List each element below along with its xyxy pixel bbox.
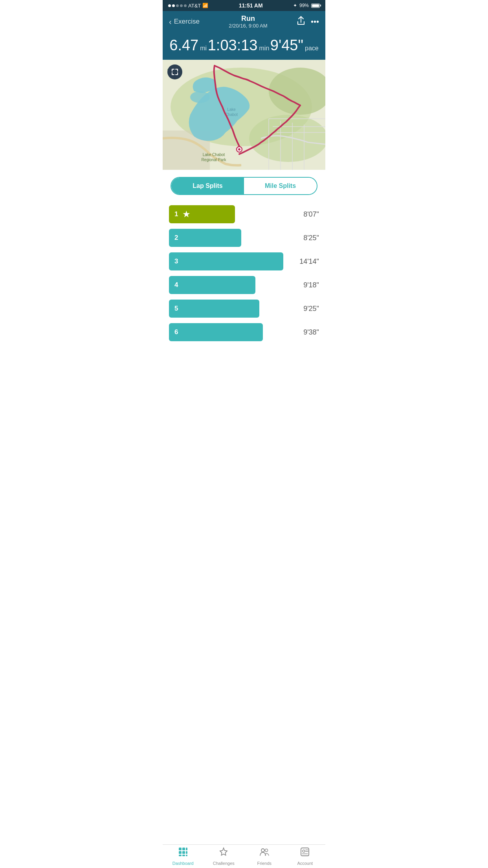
wifi-icon: 📶 [202, 3, 208, 8]
split-bar-wrap-1: 1★ [169, 205, 289, 223]
battery-fill [312, 4, 319, 7]
svg-text:Regional Park: Regional Park [202, 158, 227, 162]
split-row-1: 1★8'07" [169, 205, 319, 223]
split-num-1: 1 [174, 210, 178, 218]
status-left: AT&T 📶 [168, 3, 208, 9]
split-num-4: 4 [174, 281, 178, 289]
distance-value: 6.47mi [169, 38, 207, 53]
share-button[interactable] [297, 16, 305, 28]
split-time-5: 9'25" [295, 305, 319, 313]
split-row-3: 314'14" [169, 252, 319, 270]
split-time-3: 14'14" [295, 257, 319, 266]
split-num-2: 2 [174, 234, 178, 242]
split-bar-wrap-2: 2 [169, 229, 289, 247]
split-time-4: 9'18" [295, 281, 319, 289]
split-row-4: 49'18" [169, 276, 319, 294]
svg-text:Lake: Lake [227, 107, 236, 112]
carrier-label: AT&T [188, 3, 201, 9]
split-bar-5: 5 [169, 300, 259, 318]
svg-point-3 [249, 115, 325, 162]
split-time-2: 8'25" [295, 234, 319, 242]
split-bar-4: 4 [169, 276, 255, 294]
splits-toggle: Lap Splits Mile Splits [171, 177, 317, 195]
page-title: Run [229, 15, 267, 23]
split-row-2: 28'25" [169, 229, 319, 247]
bluetooth-icon: ✦ [293, 3, 297, 8]
signal-dot-2 [172, 4, 175, 7]
map-container: Lake Chabot Lake Chabot Regional Park ke… [163, 60, 325, 170]
tab-spacer [163, 350, 325, 377]
split-bar-1: 1★ [169, 205, 235, 223]
mile-splits-button[interactable]: Mile Splits [244, 178, 317, 194]
stats-bar: 6.47mi 1:03:13min 9'45"pace [163, 32, 325, 60]
battery-icon [311, 4, 320, 8]
split-time-1: 8'07" [295, 210, 319, 219]
split-row-6: 69'38" [169, 323, 319, 341]
duration-stat: 1:03:13min [208, 38, 270, 53]
status-right: ✦ 99% [293, 3, 320, 8]
pace-value: 9'45"pace [270, 38, 319, 53]
split-time-6: 9'38" [295, 328, 319, 337]
best-star-icon: ★ [183, 210, 190, 219]
map-svg: Lake Chabot Lake Chabot Regional Park ke… [163, 60, 325, 170]
svg-point-21 [238, 148, 240, 151]
nav-actions: ••• [297, 16, 319, 28]
svg-point-5 [190, 91, 210, 103]
map-expand-button[interactable] [167, 64, 182, 79]
signal-dot-5 [184, 4, 187, 7]
split-bar-6: 6 [169, 323, 263, 341]
battery-percent: 99% [299, 3, 309, 8]
split-bar-2: 2 [169, 229, 241, 247]
split-num-3: 3 [174, 257, 178, 265]
split-bar-wrap-6: 6 [169, 323, 289, 341]
nav-bar: ‹ Exercise Run 2/20/16, 9:00 AM ••• [163, 11, 325, 32]
back-button[interactable]: ‹ Exercise [169, 17, 200, 26]
signal-dot-1 [168, 4, 171, 7]
run-date: 2/20/16, 9:00 AM [229, 23, 267, 29]
lap-splits-button[interactable]: Lap Splits [171, 178, 244, 194]
split-bar-wrap-5: 5 [169, 300, 289, 318]
split-bar-3: 3 [169, 252, 283, 270]
back-label: Exercise [174, 18, 200, 26]
status-bar: AT&T 📶 11:51 AM ✦ 99% [163, 0, 325, 11]
distance-stat: 6.47mi [169, 38, 207, 53]
split-num-6: 6 [174, 328, 178, 336]
more-button[interactable]: ••• [311, 17, 319, 26]
signal-dot-4 [180, 4, 183, 7]
chevron-left-icon: ‹ [169, 17, 172, 26]
status-time: 11:51 AM [239, 2, 263, 9]
duration-value: 1:03:13min [208, 38, 270, 53]
split-bar-wrap-4: 4 [169, 276, 289, 294]
svg-text:Lake Chabot: Lake Chabot [203, 153, 225, 157]
signal-dots [168, 4, 187, 7]
split-row-5: 59'25" [169, 300, 319, 318]
split-bar-wrap-3: 3 [169, 252, 289, 270]
signal-dot-3 [176, 4, 179, 7]
splits-list: 1★8'07"28'25"314'14"49'18"59'25"69'38" [163, 202, 325, 350]
nav-center: Run 2/20/16, 9:00 AM [229, 15, 267, 29]
split-num-5: 5 [174, 305, 178, 313]
pace-stat: 9'45"pace [270, 38, 319, 53]
